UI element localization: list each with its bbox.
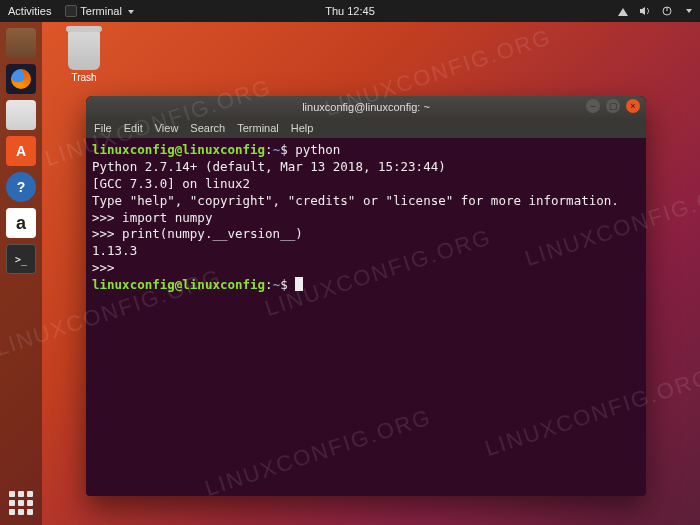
chevron-down-icon: [128, 10, 134, 14]
dock-help-icon[interactable]: [6, 172, 36, 202]
terminal-line: linuxconfig@linuxconfig:~$ python: [92, 142, 640, 159]
dock-files-icon[interactable]: [6, 28, 36, 58]
window-title: linuxconfig@linuxconfig: ~: [302, 101, 430, 113]
clock[interactable]: Thu 12:45: [325, 5, 375, 17]
menu-terminal[interactable]: Terminal: [237, 122, 279, 134]
trash-label: Trash: [54, 72, 114, 83]
menu-file[interactable]: File: [94, 122, 112, 134]
dock-amazon-icon[interactable]: [6, 208, 36, 238]
top-panel: Activities Terminal Thu 12:45: [0, 0, 700, 22]
terminal-line: [GCC 7.3.0] on linux2: [92, 176, 640, 193]
dock: [0, 22, 42, 525]
chevron-down-icon: [686, 9, 692, 13]
terminal-line: >>> print(numpy.__version__): [92, 226, 640, 243]
terminal-menubar: FileEditViewSearchTerminalHelp: [86, 118, 646, 138]
power-icon: [661, 5, 673, 17]
cursor: [295, 277, 303, 291]
terminal-line: >>> import numpy: [92, 210, 640, 227]
menu-view[interactable]: View: [155, 122, 179, 134]
window-close-button[interactable]: ×: [626, 99, 640, 113]
dock-software-icon[interactable]: [6, 136, 36, 166]
terminal-line: Python 2.7.14+ (default, Mar 13 2018, 15…: [92, 159, 640, 176]
trash-icon: [68, 30, 100, 70]
window-maximize-button[interactable]: ▢: [606, 99, 620, 113]
window-minimize-button[interactable]: –: [586, 99, 600, 113]
terminal-window: linuxconfig@linuxconfig: ~ – ▢ × FileEdi…: [86, 96, 646, 496]
terminal-line: linuxconfig@linuxconfig:~$: [92, 277, 640, 294]
terminal-indicator-icon: [65, 5, 77, 17]
dock-firefox-icon[interactable]: [6, 64, 36, 94]
dock-nautilus-icon[interactable]: [6, 100, 36, 130]
menu-search[interactable]: Search: [190, 122, 225, 134]
terminal-line: Type "help", "copyright", "credits" or "…: [92, 193, 640, 210]
terminal-line: >>>: [92, 260, 640, 277]
system-tray[interactable]: [617, 5, 692, 17]
trash-desktop-icon[interactable]: Trash: [54, 30, 114, 83]
network-icon: [617, 5, 629, 17]
show-applications-icon[interactable]: [9, 491, 33, 515]
app-menu-label: Terminal: [80, 5, 122, 17]
menu-edit[interactable]: Edit: [124, 122, 143, 134]
dock-terminal-icon[interactable]: [6, 244, 36, 274]
window-titlebar[interactable]: linuxconfig@linuxconfig: ~ – ▢ ×: [86, 96, 646, 118]
app-menu[interactable]: Terminal: [65, 5, 134, 17]
volume-icon: [639, 5, 651, 17]
terminal-line: 1.13.3: [92, 243, 640, 260]
terminal-body[interactable]: linuxconfig@linuxconfig:~$ pythonPython …: [86, 138, 646, 496]
activities-button[interactable]: Activities: [8, 5, 51, 17]
menu-help[interactable]: Help: [291, 122, 314, 134]
